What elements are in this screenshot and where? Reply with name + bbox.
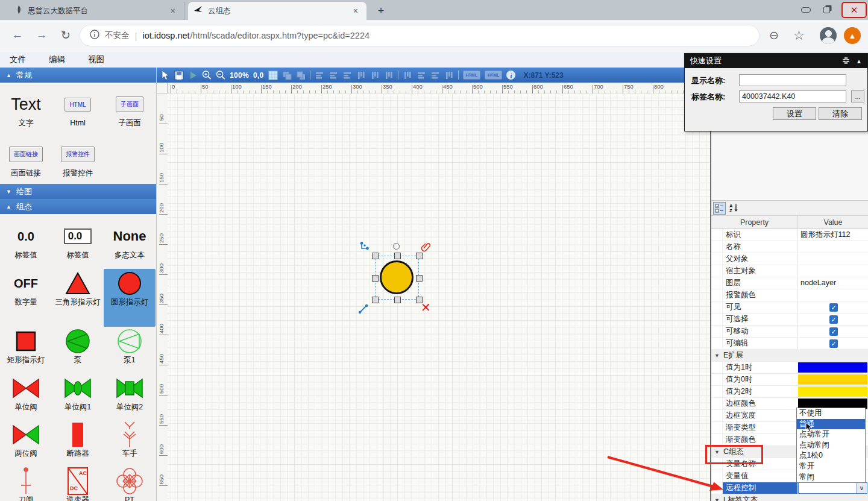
palette-item-scada-14[interactable]: 车手 <box>104 420 156 467</box>
connector-icon[interactable] <box>359 241 370 252</box>
property-row-7[interactable]: 可选择✓ <box>711 314 868 326</box>
tab-close-icon[interactable]: × <box>168 6 178 16</box>
tag-name-input[interactable] <box>739 90 846 102</box>
align-right-icon[interactable] <box>342 71 352 80</box>
run-icon[interactable] <box>188 71 198 80</box>
window-close-button-annotated[interactable]: ✕ <box>841 2 867 18</box>
new-tab-button[interactable]: + <box>374 4 388 18</box>
palette-item-scada-6[interactable]: 矩形指示灯 <box>0 327 52 374</box>
selection-handle[interactable] <box>416 253 423 259</box>
set-button[interactable]: 设置 <box>773 107 816 120</box>
site-info-icon[interactable] <box>90 30 99 42</box>
palette-item-general-0[interactable]: Text文字 <box>0 90 52 140</box>
property-row-10[interactable]: ▼E扩展 <box>711 350 868 362</box>
alphabetical-sort-icon[interactable]: AZ <box>728 202 740 215</box>
property-value[interactable] <box>797 253 868 265</box>
property-row-5[interactable]: 报警颜色 <box>711 289 868 301</box>
quick-settings-header[interactable]: 快速设置 ▲ <box>685 54 867 68</box>
save-icon[interactable] <box>174 71 184 80</box>
rotate-handle[interactable] <box>393 243 400 250</box>
zoom-in-icon[interactable] <box>202 71 212 80</box>
address-bar[interactable]: 不安全 | iot.idosp.net/html/scada/editor.as… <box>80 25 760 46</box>
select-cursor-icon[interactable] <box>160 71 170 80</box>
property-row-9[interactable]: 可编辑✓ <box>711 338 868 350</box>
send-back-icon[interactable] <box>296 71 306 80</box>
bookmark-star-icon[interactable]: ☆ <box>793 28 805 43</box>
property-value[interactable] <box>797 265 868 277</box>
paperclip-icon[interactable] <box>421 242 432 253</box>
color-swatch[interactable] <box>798 362 867 373</box>
palette-item-scada-4[interactable]: 三角形指示灯 <box>52 269 104 327</box>
display-name-input[interactable] <box>739 74 846 86</box>
line-connector-icon[interactable] <box>358 303 369 314</box>
palette-item-scada-16[interactable]: ACDC逆变器 <box>52 467 104 501</box>
palette-item-scada-13[interactable]: 断路器 <box>52 420 104 467</box>
property-row-1[interactable]: 名称 <box>711 241 868 253</box>
property-row-22[interactable]: ▼L标签文本 <box>711 494 868 501</box>
palette-item-scada-0[interactable]: 0.0标签值 <box>0 222 52 269</box>
property-row-6[interactable]: 可见✓ <box>711 301 868 314</box>
palette-item-general-2[interactable]: 子画面子画面 <box>104 90 156 140</box>
info-icon[interactable]: i <box>506 71 515 80</box>
dock-icon[interactable] <box>842 57 850 66</box>
browse-tags-button[interactable]: ... <box>851 90 864 102</box>
group-collapse-icon[interactable]: ▼ <box>714 353 720 359</box>
preview-html-icon[interactable]: HTML <box>485 71 502 80</box>
zoom-out-page-icon[interactable]: ⊖ <box>769 28 779 42</box>
checkbox-checked[interactable]: ✓ <box>829 327 838 336</box>
dropdown-option-4[interactable]: 点1松0 <box>797 450 865 461</box>
selection-handle[interactable] <box>372 253 379 259</box>
profile-avatar[interactable] <box>820 27 837 44</box>
checkbox-checked[interactable]: ✓ <box>829 339 838 348</box>
back-icon[interactable]: ← <box>10 28 25 42</box>
property-row-4[interactable]: 图层nodeLayer <box>711 277 868 289</box>
window-minimize-button[interactable] <box>797 5 815 14</box>
align-left-icon[interactable] <box>315 71 324 80</box>
grid-toggle-icon[interactable] <box>268 71 278 80</box>
property-row-12[interactable]: 值为0时 <box>711 374 868 386</box>
selection-handle[interactable] <box>372 297 379 303</box>
property-row-8[interactable]: 可移动✓ <box>711 326 868 338</box>
tab-cloud-platform[interactable]: 思普云大数据平台 × <box>8 2 184 20</box>
same-width-icon[interactable] <box>417 71 426 80</box>
selection-handle[interactable] <box>372 275 379 282</box>
same-height-icon[interactable] <box>430 71 440 80</box>
palette-item-scada-2[interactable]: None多态文本 <box>104 222 156 269</box>
remote-control-combo[interactable]: ∨ <box>798 482 867 494</box>
dropdown-option-0[interactable]: 不使用 <box>797 408 865 419</box>
align-bottom-icon[interactable] <box>384 71 394 80</box>
menu-item-file[interactable]: 文件 <box>10 52 26 68</box>
palette-section-drawing[interactable]: ▼ 绘图 <box>0 184 156 199</box>
palette-section-general[interactable]: ▲ 常规 <box>0 68 156 83</box>
tab-close-icon[interactable]: × <box>351 6 360 16</box>
palette-item-general-4[interactable]: 报警控件报警控件 <box>52 140 104 190</box>
property-row-3[interactable]: 宿主对象 <box>711 265 868 277</box>
palette-item-scada-5[interactable]: 圆形指示灯 <box>104 269 156 327</box>
palette-item-scada-9[interactable]: 单位阀 <box>0 374 52 420</box>
palette-item-scada-7[interactable]: 泵 <box>52 327 104 374</box>
menu-item-view[interactable]: 视图 <box>88 52 104 68</box>
palette-item-scada-12[interactable]: 两位阀 <box>0 420 52 467</box>
export-html-icon[interactable]: HTML <box>463 71 480 80</box>
window-restore-button[interactable] <box>817 5 835 14</box>
dropdown-option-6[interactable]: 常闭 <box>797 472 865 483</box>
color-swatch[interactable] <box>798 374 867 385</box>
property-row-21[interactable]: 远程控制∨ <box>711 482 868 494</box>
property-value[interactable] <box>797 289 868 301</box>
delete-x-icon[interactable]: ✕ <box>421 302 432 313</box>
property-row-13[interactable]: 值为2时 <box>711 386 868 398</box>
property-value[interactable] <box>797 241 868 253</box>
property-row-0[interactable]: 标识圆形指示灯112 <box>711 229 868 241</box>
palette-item-scada-10[interactable]: 单位阀1 <box>52 374 104 420</box>
property-row-11[interactable]: 值为1时 <box>711 362 868 374</box>
forward-icon[interactable]: → <box>34 28 49 42</box>
property-row-2[interactable]: 父对象 <box>711 253 868 265</box>
palette-item-general-3[interactable]: 画面链接画面链接 <box>0 140 52 190</box>
tab-cloud-scada[interactable]: 云组态 × <box>188 2 366 20</box>
align-center-icon[interactable] <box>329 71 338 80</box>
collapse-panel-icon[interactable]: ▲ <box>856 58 862 65</box>
palette-item-scada-3[interactable]: OFF数字量 <box>0 269 52 327</box>
checkbox-checked[interactable]: ✓ <box>829 303 838 312</box>
group-collapse-icon[interactable]: ▼ <box>714 497 720 501</box>
palette-item-scada-1[interactable]: 0.0标签值 <box>52 222 104 269</box>
